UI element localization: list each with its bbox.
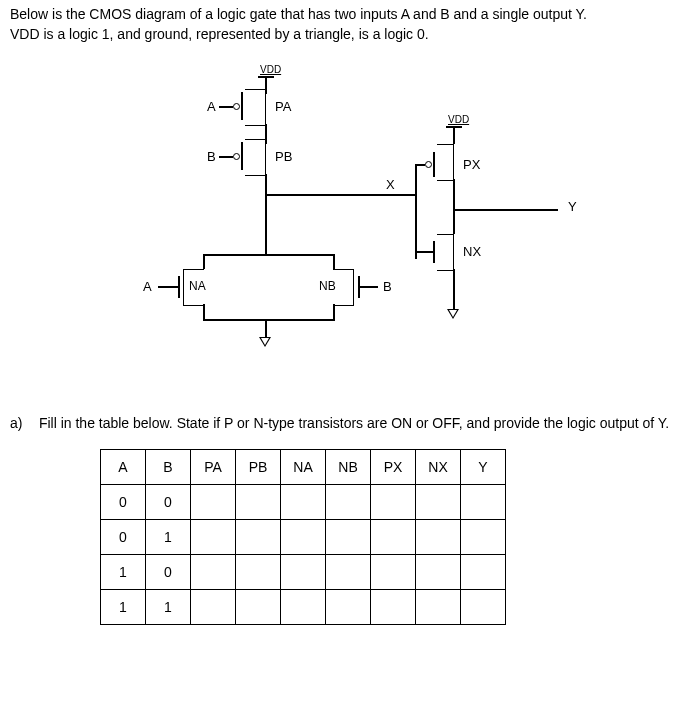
node-x: X	[386, 177, 395, 192]
transistor-pa: PA	[275, 99, 291, 114]
th-Y: Y	[461, 449, 506, 484]
transistor-px: PX	[463, 157, 480, 172]
ground-icon-2	[447, 309, 459, 319]
intro-text: Below is the CMOS diagram of a logic gat…	[10, 5, 676, 44]
table-row: 1 1	[101, 589, 506, 624]
th-PB: PB	[236, 449, 281, 484]
transistor-pb: PB	[275, 149, 292, 164]
input-b-pb: B	[207, 149, 216, 164]
table-header-row: A B PA PB NA NB PX NX Y	[101, 449, 506, 484]
th-B: B	[146, 449, 191, 484]
question-letter: a)	[10, 414, 35, 434]
vdd-label-2: VDD	[448, 114, 469, 125]
question-a: a) Fill in the table below. State if P o…	[10, 414, 676, 434]
output-y: Y	[568, 199, 577, 214]
table-row: 1 0	[101, 554, 506, 589]
vdd-label-1: VDD	[260, 64, 281, 75]
transistor-nb: NB	[319, 279, 336, 293]
th-NA: NA	[281, 449, 326, 484]
question-a-text: Fill in the table below. State if P or N…	[39, 415, 669, 431]
cmos-diagram: VDD A PA B PB X A NA B NB VDD	[93, 64, 593, 384]
input-a-pa: A	[207, 99, 216, 114]
th-PA: PA	[191, 449, 236, 484]
transistor-na: NA	[189, 279, 206, 293]
truth-table: A B PA PB NA NB PX NX Y 0 0 0 1 1 0	[100, 449, 506, 625]
input-a-na: A	[143, 279, 152, 294]
intro-line2: VDD is a logic 1, and ground, represente…	[10, 26, 429, 42]
transistor-nx: NX	[463, 244, 481, 259]
th-PX: PX	[371, 449, 416, 484]
intro-line1: Below is the CMOS diagram of a logic gat…	[10, 6, 587, 22]
ground-icon	[259, 337, 271, 347]
table-row: 0 0	[101, 484, 506, 519]
th-NX: NX	[416, 449, 461, 484]
th-A: A	[101, 449, 146, 484]
table-row: 0 1	[101, 519, 506, 554]
input-b-nb: B	[383, 279, 392, 294]
th-NB: NB	[326, 449, 371, 484]
